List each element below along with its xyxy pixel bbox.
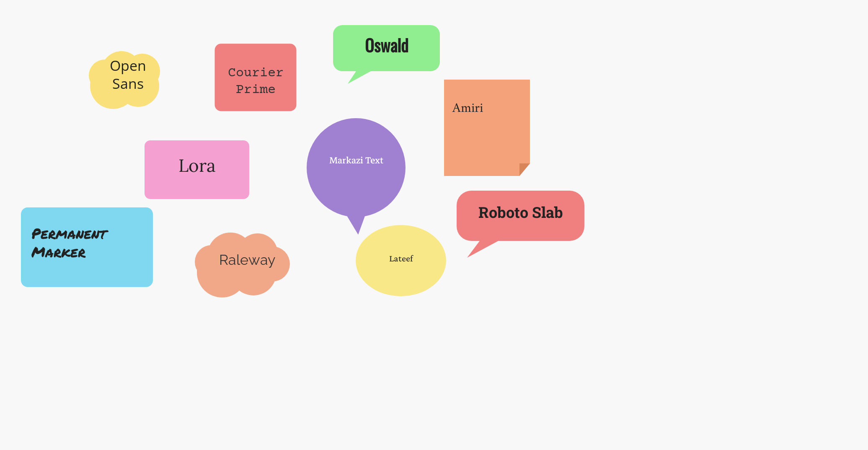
svg-marker-7: [348, 71, 371, 84]
amiri-shape: Amiri: [442, 78, 532, 176]
svg-marker-9: [519, 163, 530, 176]
courier-prime-label: CourierPrime: [205, 42, 306, 98]
roboto-slab-label: Roboto Slab: [455, 189, 586, 221]
oswald-label: Oswald: [331, 23, 442, 55]
amiri-label: Amiri: [442, 78, 532, 116]
open-sans-shape: OpenSans: [80, 31, 176, 128]
permanent-marker-label: PermanentMarker: [19, 205, 155, 261]
lora-shape: Lora: [142, 138, 251, 201]
lora-label: Lora: [142, 138, 251, 176]
open-sans-label: OpenSans: [80, 31, 176, 92]
courier-prime-shape: CourierPrime: [205, 42, 306, 124]
oswald-shape: Oswald: [331, 23, 442, 90]
svg-marker-22: [467, 240, 501, 258]
markazi-text-label: Markazi Text: [300, 117, 413, 168]
lateef-shape: Lateef: [354, 222, 448, 300]
raleway-shape: Raleway: [186, 214, 308, 314]
raleway-label: Raleway: [186, 214, 308, 269]
roboto-slab-shape: Roboto Slab: [455, 189, 586, 264]
lateef-label: Lateef: [354, 222, 448, 266]
permanent-marker-shape: PermanentMarker: [19, 205, 155, 289]
